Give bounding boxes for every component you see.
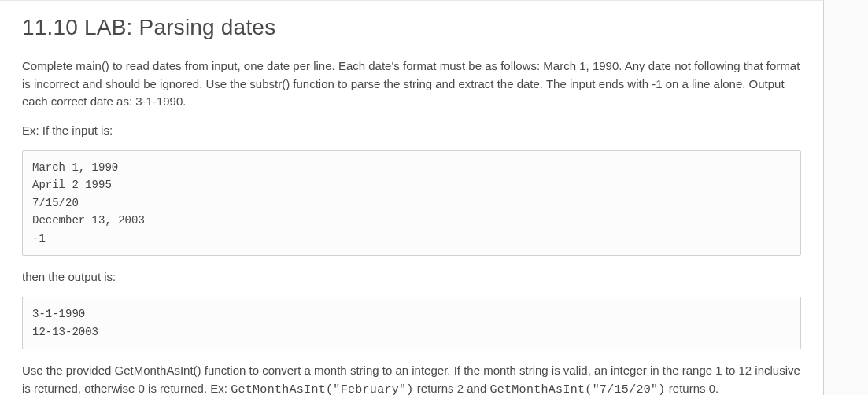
example-output-label: then the output is: bbox=[22, 268, 801, 286]
example-input-block: March 1, 1990 April 2 1995 7/15/20 Decem… bbox=[22, 150, 801, 256]
example-output-block: 3-1-1990 12-13-2003 bbox=[22, 297, 801, 349]
right-gutter bbox=[824, 0, 868, 395]
footer-text-post: returns 0. bbox=[666, 382, 719, 395]
footer-paragraph: Use the provided GetMonthAsInt() functio… bbox=[22, 362, 801, 395]
footer-text-mid: returns 2 and bbox=[414, 382, 490, 395]
inline-code-february: GetMonthAsInt("February") bbox=[231, 383, 414, 395]
instructions-paragraph: Complete main() to read dates from input… bbox=[22, 57, 801, 111]
example-input-label: Ex: If the input is: bbox=[22, 122, 801, 140]
page-title: 11.10 LAB: Parsing dates bbox=[22, 15, 801, 40]
inline-code-date: GetMonthAsInt("7/15/20") bbox=[489, 383, 665, 395]
lab-content: 11.10 LAB: Parsing dates Complete main()… bbox=[0, 0, 824, 395]
